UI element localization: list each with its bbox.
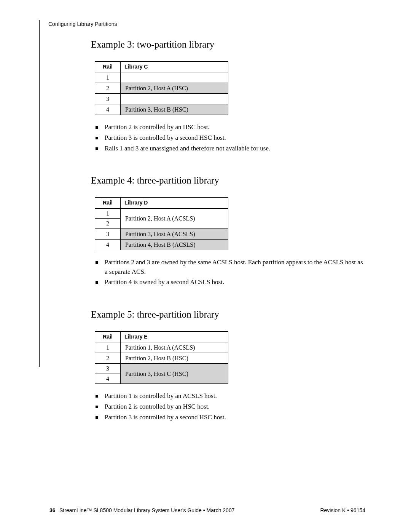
content-area: Example 3: two-partition library Rail Li… <box>91 39 365 423</box>
rail-cell: 3 <box>95 228 121 239</box>
bullet-item: Partitions 2 and 3 are owned by the same… <box>95 258 365 276</box>
th-rail: Rail <box>95 198 121 208</box>
page: Configuring Library Partitions Example 3… <box>0 0 411 532</box>
lib-cell: Partition 1, Host A (ACSLS) <box>121 342 228 353</box>
bullet-item: Partition 1 is controlled by an ACSLS ho… <box>95 391 365 401</box>
running-head: Configuring Library Partitions <box>48 21 117 27</box>
table-library-e: Rail Library E 1 Partition 1, Host A (AC… <box>95 331 228 384</box>
rail-cell: 3 <box>95 94 121 104</box>
footer-revision: Revision K • 96154 <box>320 507 365 513</box>
th-rail: Rail <box>95 331 121 342</box>
bullet-item: Partition 3 is controlled by a second HS… <box>95 413 365 422</box>
rail-cell: 2 <box>95 83 121 94</box>
bullet-item: Partition 2 is controlled by an HSC host… <box>95 402 365 412</box>
heading-example-5: Example 5: three-partition library <box>91 309 365 320</box>
bullets-example-4: Partitions 2 and 3 are owned by the same… <box>95 258 365 287</box>
lib-cell: Partition 3, Host B (HSC) <box>121 104 228 115</box>
bullets-example-3: Partition 2 is controlled by an HSC host… <box>95 123 365 153</box>
th-library: Library C <box>121 62 228 72</box>
rail-cell: 1 <box>95 72 121 83</box>
bullet-item: Partition 3 is controlled by a second HS… <box>95 133 365 143</box>
footer-title: StreamLine™ SL8500 Modular Library Syste… <box>59 507 234 513</box>
rail-cell: 4 <box>95 104 121 115</box>
rail-cell: 1 <box>95 342 121 353</box>
lib-cell: Partition 2, Host B (HSC) <box>121 353 228 364</box>
rail-cell: 2 <box>95 353 121 364</box>
lib-cell: Partition 2, Host A (HSC) <box>121 83 228 94</box>
page-number: 36 <box>49 507 56 513</box>
rail-cell: 2 <box>95 219 121 229</box>
th-rail: Rail <box>95 62 121 72</box>
rail-cell: 1 <box>95 208 121 219</box>
bullet-item: Rails 1 and 3 are unassigned and therefo… <box>95 144 365 153</box>
section-example-5: Example 5: three-partition library Rail … <box>91 309 365 422</box>
th-library: Library E <box>121 331 228 342</box>
bullet-item: Partition 4 is owned by a second ACSLS h… <box>95 278 365 287</box>
heading-example-4: Example 4: three-partition library <box>91 175 365 186</box>
lib-cell: Partition 4, Host B (ACSLS) <box>121 239 228 250</box>
section-example-3: Example 3: two-partition library Rail Li… <box>91 39 365 153</box>
section-example-4: Example 4: three-partition library Rail … <box>91 175 365 287</box>
lib-cell <box>121 72 228 83</box>
lib-cell: Partition 2, Host A (ACSLS) <box>121 208 228 228</box>
bullets-example-5: Partition 1 is controlled by an ACSLS ho… <box>95 391 365 422</box>
table-library-c: Rail Library C 1 2 Partition 2, Host A (… <box>95 61 228 115</box>
rail-cell: 4 <box>95 374 121 384</box>
th-library: Library D <box>121 198 228 208</box>
heading-example-3: Example 3: two-partition library <box>91 39 365 50</box>
lib-cell: Partition 3, Host A (ACSLS) <box>121 228 228 239</box>
rail-cell: 4 <box>95 239 121 250</box>
side-rule <box>39 20 40 367</box>
rail-cell: 3 <box>95 364 121 374</box>
lib-cell: Partition 3, Host C (HSC) <box>121 364 228 384</box>
bullet-item: Partition 2 is controlled by an HSC host… <box>95 123 365 132</box>
table-library-d: Rail Library D 1 Partition 2, Host A (AC… <box>95 197 228 250</box>
lib-cell <box>121 94 228 104</box>
